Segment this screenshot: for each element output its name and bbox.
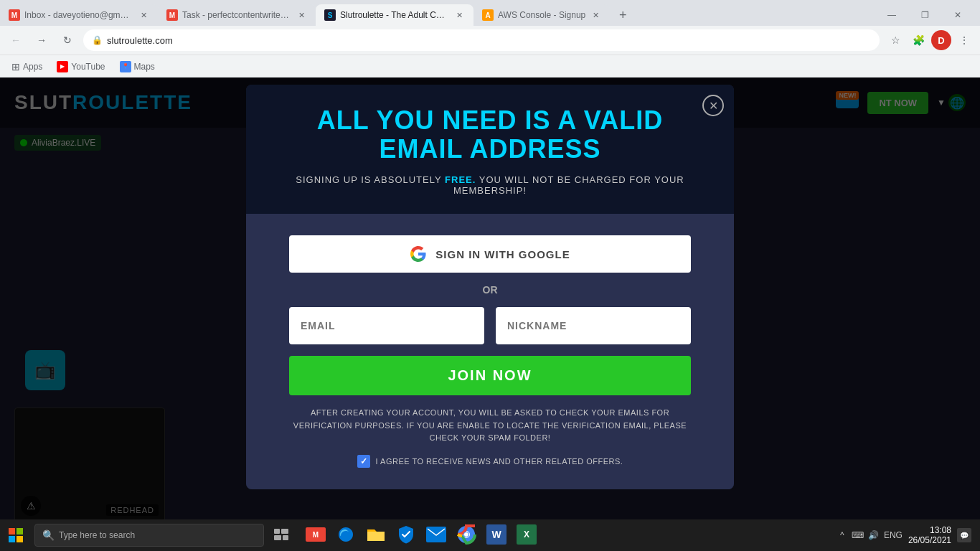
tab-gmail-task[interactable]: M Task - perfectcontentwriterdavid ✕ (158, 4, 316, 26)
taskbar-search-bar[interactable]: 🔍 Type here to search (34, 524, 264, 547)
taskbar: 🔍 Type here to search M (0, 519, 980, 551)
minimize-button[interactable]: — (875, 2, 908, 28)
tab-aws[interactable]: A AWS Console - Signup ✕ (473, 4, 610, 26)
bookmark-youtube[interactable]: ▶ YouTube (51, 58, 110, 75)
taskbar-app-folder[interactable] (362, 519, 390, 551)
svg-rect-1 (17, 528, 23, 534)
toolbar-icons: ☆ 🧩 D ⋮ (885, 30, 974, 50)
windows-logo-icon (9, 528, 23, 542)
taskbar-app-edge[interactable] (331, 519, 360, 551)
svg-rect-2 (9, 536, 15, 542)
join-now-button[interactable]: JOIN NOW (289, 356, 691, 395)
bookmark-apps[interactable]: ⊞ Apps (6, 58, 48, 75)
email-input[interactable] (289, 307, 484, 344)
folder-icon (366, 527, 386, 542)
notification-icon: 💬 (960, 532, 969, 540)
modal-title-line2: EMAIL ADDRESS (379, 134, 600, 164)
subtitle-free: FREE. (445, 174, 476, 185)
verification-content: AFTER CREATING YOUR ACCOUNT, YOU WILL BE… (293, 408, 687, 442)
task-view-button[interactable] (267, 519, 296, 551)
tab-slutroulette[interactable]: S Slutroulette - The Adult Chatrou... ✕ (316, 4, 473, 26)
search-icon: 🔍 (42, 529, 55, 541)
tab-close-3[interactable]: ✕ (453, 9, 465, 21)
start-button[interactable] (0, 519, 32, 551)
taskbar-app-excel[interactable]: X (512, 519, 541, 551)
tab-title-1: Inbox - daveyotieno@gmail.com (24, 10, 133, 20)
forward-button[interactable]: → (32, 30, 52, 50)
url-text: slutroulette.com (107, 35, 173, 46)
svg-point-12 (464, 532, 468, 537)
profile-icon[interactable]: D (931, 30, 951, 50)
close-button[interactable]: ✕ (941, 2, 974, 28)
svg-rect-3 (17, 536, 23, 542)
tab-title-2: Task - perfectcontentwriterdavid (182, 10, 291, 20)
volume-icon[interactable]: 🔊 (868, 529, 880, 541)
taskbar-app-mail2[interactable] (422, 519, 451, 551)
subtitle-after-free: YOU WILL NOT BE CHARGED FOR YOUR MEMBERS… (453, 174, 684, 196)
apps-grid-icon: ⊞ (11, 61, 20, 72)
extension-icon[interactable]: 🧩 (908, 30, 928, 50)
browser-chrome: M Inbox - daveyotieno@gmail.com ✕ M Task… (0, 0, 980, 77)
taskbar-app-chrome[interactable] (452, 519, 481, 551)
tab-close-1[interactable]: ✕ (138, 9, 149, 21)
taskbar-right: ^ ⌨ 🔊 ENG 13:08 26/05/2021 💬 (837, 525, 980, 545)
taskbar-app-shield[interactable] (392, 519, 420, 551)
window-controls: — ❐ ✕ (875, 2, 980, 28)
shield-icon (397, 524, 415, 545)
svg-rect-0 (9, 528, 15, 534)
search-bar-text: Type here to search (59, 530, 135, 540)
signup-modal: ✕ ALL YOU NEED IS A VALID EMAIL ADDRESS … (246, 85, 734, 489)
google-signin-button[interactable]: SIGN IN WITH GOOGLE (289, 235, 691, 273)
bookmark-youtube-label: YouTube (71, 62, 105, 72)
tab-close-4[interactable]: ✕ (590, 9, 601, 21)
modal-title: ALL YOU NEED IS A VALID EMAIL ADDRESS (275, 106, 705, 163)
menu-icon[interactable]: ⋮ (954, 30, 974, 50)
tab-favicon-3: S (324, 9, 336, 21)
nickname-input[interactable] (496, 307, 691, 344)
taskbar-app-mail[interactable]: M (301, 519, 330, 551)
taskbar-app-word[interactable]: W (482, 519, 511, 551)
task-view-icon (274, 529, 288, 540)
tab-bar: M Inbox - daveyotieno@gmail.com ✕ M Task… (0, 0, 980, 26)
tab-title-4: AWS Console - Signup (498, 10, 585, 20)
excel-icon: X (517, 524, 537, 545)
chrome-icon (456, 524, 476, 545)
star-icon[interactable]: ☆ (885, 30, 905, 50)
keyboard-icon[interactable]: ⌨ (852, 529, 864, 541)
youtube-favicon: ▶ (57, 61, 68, 72)
tab-title-3: Slutroulette - The Adult Chatrou... (340, 10, 449, 20)
address-bar: ← → ↻ 🔒 slutroulette.com ☆ 🧩 D ⋮ (0, 26, 980, 55)
tab-close-2[interactable]: ✕ (296, 9, 307, 21)
svg-rect-7 (283, 535, 288, 540)
modal-close-button[interactable]: ✕ (702, 95, 724, 116)
bookmarks-bar: ⊞ Apps ▶ YouTube 📍 Maps (0, 55, 980, 77)
tab-favicon-2: M (166, 9, 178, 21)
form-row (289, 307, 691, 344)
modal-header: ALL YOU NEED IS A VALID EMAIL ADDRESS SI… (246, 85, 734, 214)
or-text: OR (483, 284, 498, 296)
notification-button[interactable]: 💬 (957, 528, 971, 542)
back-button[interactable]: ← (6, 30, 26, 50)
tab-favicon-1: M (9, 9, 20, 21)
svg-rect-6 (274, 535, 281, 540)
maximize-button[interactable]: ❐ (908, 2, 941, 28)
svg-rect-4 (274, 529, 280, 534)
url-bar[interactable]: 🔒 slutroulette.com (83, 29, 880, 51)
tab-favicon-4: A (482, 9, 494, 21)
svg-rect-5 (281, 529, 288, 534)
join-now-label: JOIN NOW (448, 367, 532, 383)
agree-checkbox[interactable] (357, 455, 370, 468)
modal-overlay: ✕ ALL YOU NEED IS A VALID EMAIL ADDRESS … (0, 77, 980, 519)
or-divider: OR (289, 284, 691, 296)
word-icon: W (486, 524, 507, 545)
tab-gmail-inbox[interactable]: M Inbox - daveyotieno@gmail.com ✕ (0, 4, 158, 26)
date-text: 26/05/2021 (908, 535, 951, 545)
svg-rect-8 (426, 527, 446, 542)
new-tab-button[interactable]: + (613, 5, 633, 25)
lock-icon: 🔒 (92, 35, 103, 45)
reload-button[interactable]: ↻ (57, 30, 77, 50)
modal-title-line1: ALL YOU NEED IS A VALID (317, 105, 663, 135)
tray-arrow-icon[interactable]: ^ (837, 529, 848, 541)
checkbox-label: I AGREE TO RECEIVE NEWS AND OTHER RELATE… (376, 457, 623, 466)
bookmark-maps[interactable]: 📍 Maps (114, 58, 161, 75)
